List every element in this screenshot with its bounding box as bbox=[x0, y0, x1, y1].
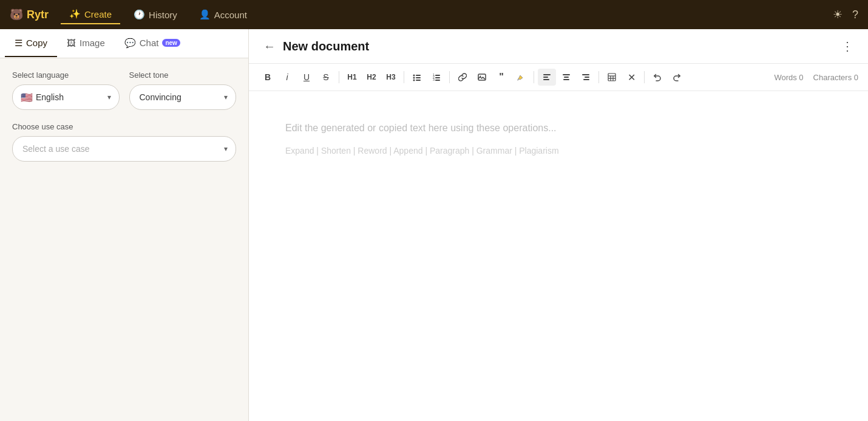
toolbar-separator-2 bbox=[404, 71, 404, 83]
logo-emoji: 🐻 bbox=[10, 8, 23, 21]
image-tab-icon: 🖼 bbox=[67, 38, 76, 48]
quote-button[interactable]: " bbox=[492, 69, 510, 86]
logo[interactable]: 🐻 Rytr bbox=[10, 8, 49, 21]
align-center-button[interactable] bbox=[557, 69, 575, 86]
tone-label: Select tone bbox=[129, 70, 237, 80]
svg-rect-5 bbox=[416, 80, 421, 81]
svg-rect-23 bbox=[608, 74, 615, 81]
editor-area: ← New document ⋮ B i U S H1 H2 H3 bbox=[249, 29, 868, 421]
use-case-select[interactable]: Select a use case Blog Post Email Ad Cop… bbox=[12, 136, 236, 162]
ordered-list-button[interactable]: 1. 2. 3. bbox=[427, 69, 446, 86]
use-case-label: Choose use case bbox=[12, 122, 236, 131]
nav-create[interactable]: ✨ Create bbox=[61, 5, 120, 24]
svg-rect-11 bbox=[435, 80, 440, 81]
undo-button[interactable] bbox=[648, 69, 666, 86]
editor-header: ← New document ⋮ bbox=[249, 29, 868, 64]
editor-placeholder: Edit the generated or copied text here u… bbox=[285, 120, 832, 136]
more-options-button[interactable]: ⋮ bbox=[841, 39, 853, 53]
svg-text:3.: 3. bbox=[433, 78, 435, 81]
sidebar: ☰ Copy 🖼 Image 💬 Chat new Select languag… bbox=[0, 29, 249, 421]
svg-rect-21 bbox=[585, 77, 589, 78]
h1-button[interactable]: H1 bbox=[343, 69, 361, 86]
svg-rect-3 bbox=[416, 77, 421, 78]
h2-button[interactable]: H2 bbox=[362, 69, 381, 86]
copy-icon: ☰ bbox=[15, 38, 22, 49]
top-navigation: 🐻 Rytr ✨ Create 🕐 History 👤 Account ☀ ? bbox=[0, 0, 868, 29]
chat-badge: new bbox=[162, 39, 180, 47]
create-icon: ✨ bbox=[69, 9, 81, 19]
nav-account[interactable]: 👤 Account bbox=[191, 5, 256, 24]
svg-rect-1 bbox=[416, 75, 421, 76]
use-case-group: Choose use case Select a use case Blog P… bbox=[12, 122, 236, 162]
main-layout: ☰ Copy 🖼 Image 💬 Chat new Select languag… bbox=[0, 29, 868, 421]
svg-rect-20 bbox=[582, 74, 589, 75]
svg-rect-17 bbox=[563, 74, 570, 75]
tone-select-wrapper: Convincing Casual Formal Friendly Profes… bbox=[129, 84, 237, 110]
image-button[interactable] bbox=[473, 69, 491, 86]
svg-point-0 bbox=[413, 75, 415, 77]
language-label: Select language bbox=[12, 70, 120, 80]
nav-account-label: Account bbox=[214, 10, 247, 20]
words-value: 0 bbox=[799, 73, 803, 82]
svg-rect-18 bbox=[564, 77, 569, 78]
language-tone-row: Select language 🇺🇸 English Spanish Frenc… bbox=[12, 70, 236, 110]
svg-rect-9 bbox=[435, 77, 440, 78]
italic-button[interactable]: i bbox=[278, 69, 296, 86]
tone-select[interactable]: Convincing Casual Formal Friendly Profes… bbox=[129, 84, 237, 110]
highlight-button[interactable] bbox=[512, 69, 530, 86]
sidebar-tabs: ☰ Copy 🖼 Image 💬 Chat new bbox=[0, 29, 248, 58]
word-count-area: Words 0 Characters 0 bbox=[774, 73, 858, 82]
use-case-select-wrapper: Select a use case Blog Post Email Ad Cop… bbox=[12, 136, 236, 162]
language-select[interactable]: English Spanish French German bbox=[12, 84, 120, 110]
tab-copy[interactable]: ☰ Copy bbox=[5, 30, 57, 57]
history-icon: 🕐 bbox=[134, 9, 145, 20]
words-label: Words bbox=[774, 73, 796, 82]
tab-copy-label: Copy bbox=[26, 38, 47, 48]
svg-rect-15 bbox=[543, 77, 548, 78]
svg-point-2 bbox=[413, 77, 415, 79]
redo-button[interactable] bbox=[668, 69, 686, 86]
bullet-list-button[interactable] bbox=[408, 69, 426, 86]
clear-format-button[interactable]: ✕ bbox=[622, 69, 640, 86]
tone-group: Select tone Convincing Casual Formal Fri… bbox=[129, 70, 237, 110]
toolbar-separator-6 bbox=[644, 71, 645, 83]
toolbar-separator-3 bbox=[449, 71, 450, 83]
characters-label: Characters bbox=[813, 73, 852, 82]
nav-history-label: History bbox=[149, 10, 177, 20]
nav-create-label: Create bbox=[84, 9, 112, 19]
table-button[interactable] bbox=[603, 69, 621, 86]
words-display: Words 0 bbox=[774, 73, 803, 82]
sidebar-content: Select language 🇺🇸 English Spanish Frenc… bbox=[0, 58, 248, 421]
help-icon[interactable]: ? bbox=[852, 9, 858, 21]
tab-image[interactable]: 🖼 Image bbox=[57, 30, 115, 56]
back-button[interactable]: ← bbox=[263, 39, 276, 53]
nav-right: ☀ ? bbox=[833, 8, 858, 21]
svg-rect-7 bbox=[435, 75, 440, 76]
logo-text: Rytr bbox=[27, 9, 49, 21]
nav-history[interactable]: 🕐 History bbox=[125, 5, 186, 24]
svg-point-4 bbox=[413, 80, 415, 81]
tab-chat[interactable]: 💬 Chat new bbox=[115, 30, 190, 57]
toolbar-separator-1 bbox=[339, 71, 339, 83]
svg-rect-16 bbox=[543, 79, 549, 80]
editor-toolbar: B i U S H1 H2 H3 1. bbox=[249, 64, 868, 91]
editor-hint: Expand | Shorten | Reword | Append | Par… bbox=[285, 146, 832, 156]
sun-icon[interactable]: ☀ bbox=[833, 8, 843, 21]
svg-rect-19 bbox=[563, 79, 569, 80]
svg-rect-14 bbox=[543, 74, 551, 75]
characters-display: Characters 0 bbox=[813, 73, 858, 82]
chat-tab-icon: 💬 bbox=[124, 38, 136, 49]
align-right-button[interactable] bbox=[577, 69, 595, 86]
toolbar-separator-5 bbox=[598, 71, 599, 83]
strikethrough-button[interactable]: S bbox=[317, 69, 335, 86]
tab-chat-label: Chat bbox=[140, 38, 159, 48]
editor-body[interactable]: Edit the generated or copied text here u… bbox=[249, 91, 868, 421]
align-left-button[interactable] bbox=[538, 69, 556, 86]
link-button[interactable] bbox=[453, 69, 472, 86]
bold-button[interactable]: B bbox=[259, 69, 277, 86]
language-select-wrapper: 🇺🇸 English Spanish French German ▾ bbox=[12, 84, 120, 110]
h3-button[interactable]: H3 bbox=[382, 69, 400, 86]
account-icon: 👤 bbox=[199, 9, 211, 20]
svg-rect-22 bbox=[583, 79, 589, 80]
underline-button[interactable]: U bbox=[297, 69, 316, 86]
